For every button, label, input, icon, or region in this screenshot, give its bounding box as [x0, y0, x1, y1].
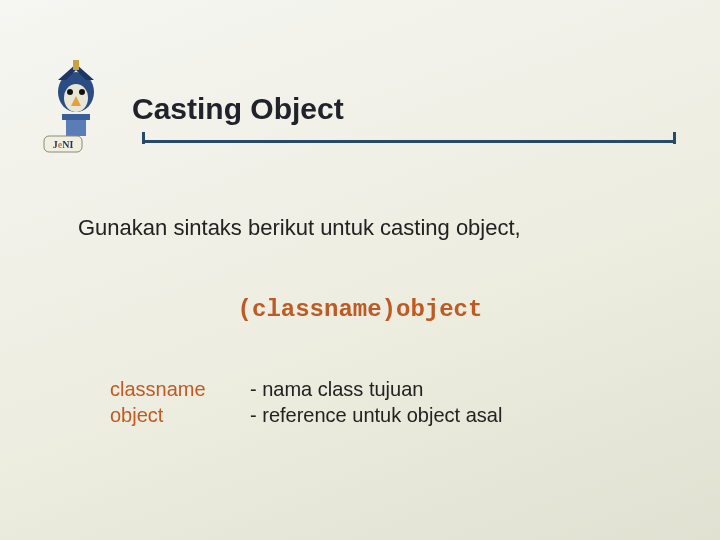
- definition-row: object - reference untuk object asal: [110, 402, 660, 428]
- svg-rect-5: [73, 60, 79, 70]
- syntax-code: (classname)object: [0, 296, 720, 323]
- svg-rect-7: [66, 120, 86, 136]
- intro-paragraph: Gunakan sintaks berikut untuk casting ob…: [78, 214, 660, 242]
- svg-text:JeNI: JeNI: [53, 139, 74, 150]
- desc-object: - reference untuk object asal: [250, 402, 502, 428]
- term-object: object: [110, 402, 250, 428]
- jeni-logo: JeNI: [40, 58, 112, 156]
- term-classname: classname: [110, 376, 250, 402]
- title-underline: [132, 136, 680, 146]
- svg-rect-6: [62, 114, 90, 120]
- svg-point-3: [79, 89, 85, 95]
- svg-point-2: [67, 89, 73, 95]
- mascot-icon: JeNI: [40, 58, 112, 156]
- title-block: Casting Object: [132, 92, 680, 146]
- slide-title: Casting Object: [132, 92, 680, 126]
- definitions-list: classname - nama class tujuan object - r…: [110, 376, 660, 428]
- definition-row: classname - nama class tujuan: [110, 376, 660, 402]
- desc-classname: - nama class tujuan: [250, 376, 423, 402]
